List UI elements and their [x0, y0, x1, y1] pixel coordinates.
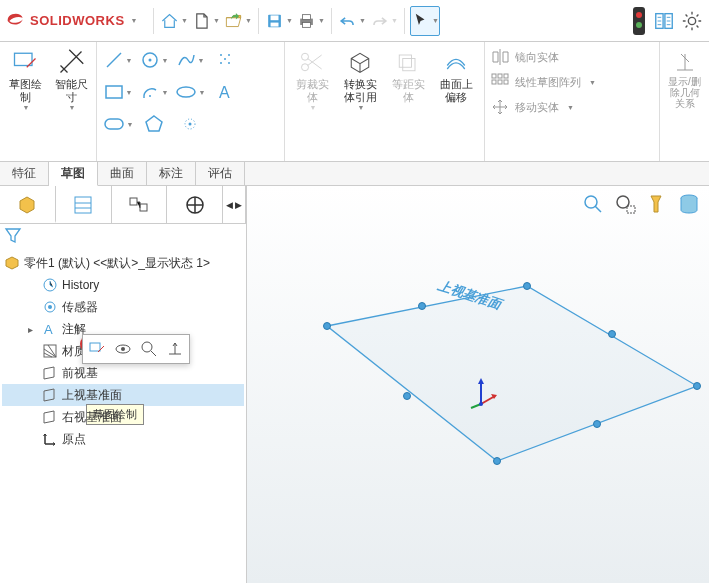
flyout-zoom[interactable] — [138, 338, 160, 360]
svg-rect-31 — [399, 55, 411, 67]
svg-point-20 — [224, 58, 226, 60]
text-tool[interactable]: A — [209, 77, 243, 107]
offset-entities-button[interactable]: 等距实 体 — [385, 45, 431, 114]
plane-handle[interactable] — [493, 457, 501, 465]
ellipse-tool[interactable]: ▼ — [173, 77, 207, 107]
convert-icon — [346, 48, 374, 76]
relations-icon — [673, 50, 697, 74]
ribbon-draw-tools: ▼ ▼ ▼ ▼ ▼ ▼ A ▼ — [97, 42, 285, 161]
svg-rect-35 — [504, 74, 508, 78]
surface-offset-icon — [442, 48, 470, 76]
svg-rect-4 — [303, 14, 311, 19]
zoom-area-button[interactable] — [611, 190, 639, 218]
svg-point-17 — [228, 54, 230, 56]
panel-icon[interactable] — [653, 10, 675, 32]
spline-tool[interactable]: ▼ — [173, 45, 207, 75]
surface-offset-button[interactable]: 曲面上 偏移 — [433, 45, 479, 114]
mirror-button[interactable]: 镜向实体 — [491, 46, 653, 68]
plane-handle[interactable] — [608, 330, 616, 338]
arc-tool[interactable]: ▼ — [137, 77, 171, 107]
tree-history[interactable]: History — [2, 274, 244, 296]
sketch-button[interactable]: 草图绘 制 ▼ — [4, 45, 46, 114]
smart-dimension-button[interactable]: 智能尺 寸 ▼ — [50, 45, 92, 114]
trim-button[interactable]: 剪裁实 体▼ — [289, 45, 335, 114]
svg-rect-39 — [75, 197, 91, 213]
tree-sensors[interactable]: 传感器 — [2, 296, 244, 318]
tree-top-plane[interactable]: 1 上视基准面 草图绘制 — [2, 384, 244, 406]
brand-dropdown-icon[interactable]: ▼ — [131, 17, 138, 24]
tab-evaluate[interactable]: 评估 — [196, 162, 245, 185]
undo-button[interactable]: ▼ — [337, 6, 367, 36]
display-style-button[interactable] — [675, 190, 703, 218]
plane-handle[interactable] — [418, 302, 426, 310]
svg-point-51 — [142, 342, 152, 352]
slot-tool[interactable]: ▼ — [101, 109, 135, 139]
redo-button[interactable]: ▼ — [369, 6, 399, 36]
sketch-plane[interactable] — [297, 266, 707, 546]
tree-origin[interactable]: 原点 — [2, 428, 244, 450]
zoom-fit-icon — [581, 192, 605, 216]
graphics-area[interactable]: 上视基准面 — [247, 186, 709, 583]
eye-icon — [114, 340, 132, 358]
workspace: ◀ ▶ 零件1 (默认) <<默认>_显示状态 1> History 传感器 ▸… — [0, 186, 709, 583]
config-tab[interactable] — [112, 186, 168, 223]
rectangle-tool[interactable]: ▼ — [101, 77, 135, 107]
svg-rect-54 — [627, 206, 635, 213]
origin-icon — [42, 431, 58, 447]
tab-features[interactable]: 特征 — [0, 162, 49, 185]
move-button[interactable]: 移动实体▼ — [491, 96, 653, 118]
ribbon-transform-menu: 镜向实体 线性草图阵列▼ 移动实体▼ — [485, 42, 659, 161]
app-logo: SOLIDWORKS ▼ — [6, 11, 138, 31]
context-flyout — [82, 334, 190, 364]
plane-handle[interactable] — [593, 420, 601, 428]
tab-surfaces[interactable]: 曲面 — [98, 162, 147, 185]
svg-rect-37 — [498, 80, 502, 84]
save-button[interactable]: ▼ — [264, 6, 294, 36]
polygon-tool[interactable] — [137, 109, 171, 139]
svg-rect-33 — [492, 74, 496, 78]
plane-handle[interactable] — [693, 382, 701, 390]
tree-root[interactable]: 零件1 (默认) <<默认>_显示状态 1> — [2, 252, 244, 274]
linear-pattern-button[interactable]: 线性草图阵列▼ — [491, 71, 653, 93]
svg-point-50 — [121, 347, 125, 351]
flashlight-icon — [645, 192, 669, 216]
line-tool[interactable]: ▼ — [101, 45, 135, 75]
convert-button[interactable]: 转换实 体引用▼ — [337, 45, 383, 114]
tree-right-plane[interactable]: 右视基准面 — [2, 406, 244, 428]
display-tab[interactable] — [167, 186, 223, 223]
plane-handle[interactable] — [403, 392, 411, 400]
tab-annotate[interactable]: 标注 — [147, 162, 196, 185]
property-tab[interactable] — [56, 186, 112, 223]
filter-icon — [4, 226, 22, 244]
feature-tree-tab[interactable] — [0, 186, 56, 223]
flyout-show[interactable] — [112, 338, 134, 360]
ribbon-relations[interactable]: 显示/删 除几何 关系 — [659, 42, 709, 161]
select-button[interactable]: ▼ — [410, 6, 440, 36]
tree-front-plane[interactable]: 前视基 — [2, 362, 244, 384]
circle-tool[interactable]: ▼ — [137, 45, 171, 75]
view-orient-button[interactable] — [643, 190, 671, 218]
svg-rect-48 — [90, 343, 100, 351]
settings-icon[interactable] — [681, 10, 703, 32]
flyout-sketch[interactable] — [86, 338, 108, 360]
home-button[interactable]: ▼ — [159, 6, 189, 36]
plane-handle[interactable] — [523, 282, 531, 290]
zoom-fit-button[interactable] — [579, 190, 607, 218]
tab-sketch[interactable]: 草图 — [49, 162, 98, 186]
panel-scroll[interactable]: ◀ ▶ — [223, 186, 246, 223]
points-tool[interactable] — [209, 45, 243, 75]
plane-handle[interactable] — [323, 322, 331, 330]
point-tool[interactable] — [173, 109, 207, 139]
new-button[interactable]: ▼ — [191, 6, 221, 36]
traffic-light-icon[interactable] — [631, 7, 647, 35]
flyout-normal[interactable] — [164, 338, 186, 360]
svg-line-13 — [107, 53, 121, 67]
svg-rect-5 — [303, 22, 311, 27]
zoom-icon — [140, 340, 158, 358]
print-button[interactable]: ▼ — [296, 6, 326, 36]
open-button[interactable]: ▼ — [223, 6, 253, 36]
config-icon — [128, 194, 150, 216]
tree-filter[interactable] — [0, 224, 246, 248]
svg-point-8 — [636, 22, 642, 28]
svg-point-22 — [149, 95, 151, 97]
